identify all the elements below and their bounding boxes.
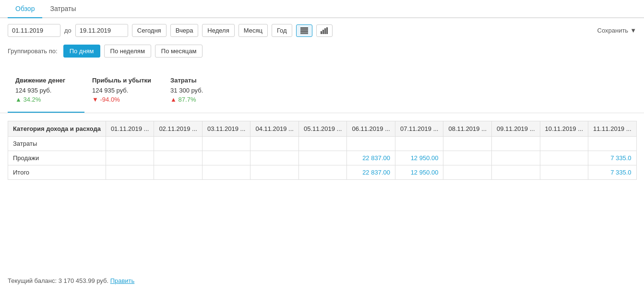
profit-loss-title: Прибыль и убытки: [92, 77, 151, 84]
col-header-d09: 09.11.2019 ...: [492, 121, 540, 137]
cell-sales-d11: 7 335.0: [588, 151, 637, 165]
cell-sales-d08: [443, 151, 492, 165]
cell-costs-d01: [106, 137, 154, 151]
group-by-months[interactable]: По месяцам: [155, 45, 203, 58]
toolbar: до Сегодня Вчера Неделя Месяц Год Сохран…: [0, 18, 644, 43]
table-row: Затраты: [8, 137, 637, 151]
group-by-days[interactable]: По дням: [63, 45, 100, 58]
date-to-input[interactable]: [75, 24, 128, 37]
btn-month[interactable]: Месяц: [239, 24, 268, 37]
btn-week[interactable]: Неделя: [202, 24, 234, 37]
col-header-d08: 08.11.2019 ...: [443, 121, 492, 137]
col-header-d05: 05.11.2019 ...: [298, 121, 347, 137]
view-table-button[interactable]: [296, 24, 312, 37]
col-header-d03: 03.11.2019 ...: [202, 121, 250, 137]
cell-sales-d06: 22 837.00: [347, 151, 395, 165]
cell-sales-d03: [202, 151, 250, 165]
cash-flow-change: ▲ 34.2%: [15, 96, 73, 103]
save-button[interactable]: Сохранить ▼: [597, 27, 636, 34]
chart-icon: [321, 27, 328, 34]
balance-label: Текущий баланс: 3 170 453.99 руб.: [8, 277, 108, 284]
col-header-d02: 02.11.2019 ...: [154, 121, 203, 137]
tab-costs[interactable]: Затраты: [42, 0, 83, 18]
costs-value: 31 300 руб.: [170, 87, 228, 94]
cell-costs-d02: [154, 137, 203, 151]
group-label: Группировать по:: [8, 47, 58, 55]
col-header-d10: 10.11.2019 ...: [540, 121, 588, 137]
btn-today[interactable]: Сегодня: [132, 24, 167, 37]
svg-rect-6: [324, 28, 326, 34]
summary-card-costs[interactable]: Затраты 31 300 руб. ▲ 87.7%: [163, 71, 239, 113]
cell-costs-d06: [347, 137, 395, 151]
view-chart-button[interactable]: [316, 24, 333, 37]
cell-costs-d10: [540, 137, 588, 151]
cell-total-d11: 7 335.0: [588, 165, 637, 180]
arrow-down-icon: ▼: [92, 96, 98, 103]
group-by-weeks[interactable]: По неделям: [104, 45, 151, 58]
cash-flow-value: 124 935 руб.: [15, 87, 73, 94]
cell-total-d09: [492, 165, 540, 180]
data-table: Категория дохода и расхода 01.11.2019 ..…: [8, 121, 637, 180]
cell-total-d05: [298, 165, 347, 180]
date-from-input[interactable]: [8, 24, 60, 37]
svg-rect-3: [300, 33, 308, 34]
summary-card-profit-loss[interactable]: Прибыль и убытки 124 935 руб. ▼ -94.0%: [84, 71, 163, 113]
costs-title: Затраты: [170, 77, 228, 84]
chevron-down-icon: ▼: [630, 27, 636, 34]
table-row: Продажи 22 837.00 12 950.00 7 335.0: [8, 151, 637, 165]
costs-change: ▲ 87.7%: [170, 96, 228, 103]
cell-sales-d09: [492, 151, 540, 165]
date-separator: до: [64, 27, 72, 34]
tabs-nav: Обзор Затраты: [0, 0, 644, 18]
cell-costs-d07: [395, 137, 443, 151]
cash-flow-title: Движение денег: [15, 77, 73, 84]
col-header-d01: 01.11.2019 ...: [106, 121, 154, 137]
arrow-up-icon2: ▲: [170, 96, 177, 103]
table-row: Итого 22 837.00 12 950.00 7 335.0: [8, 165, 637, 180]
cell-total-category: Итого: [8, 165, 106, 180]
col-header-d07: 07.11.2019 ...: [395, 121, 443, 137]
col-header-d11: 11.11.2019 ...: [588, 121, 637, 137]
cell-sales-d01: [106, 151, 154, 165]
cell-total-d01: [106, 165, 154, 180]
cell-costs-category: Затраты: [8, 137, 106, 151]
group-by-bar: Группировать по: По дням По неделям По м…: [0, 43, 644, 63]
summary-row: Движение денег 124 935 руб. ▲ 34.2% Приб…: [0, 63, 644, 113]
summary-card-cash-flow[interactable]: Движение денег 124 935 руб. ▲ 34.2%: [8, 71, 84, 113]
tab-overview[interactable]: Обзор: [8, 0, 42, 18]
profit-loss-change: ▼ -94.0%: [92, 96, 151, 103]
cell-costs-d05: [298, 137, 347, 151]
table-icon: [300, 27, 308, 34]
cell-sales-d02: [154, 151, 203, 165]
btn-yesterday[interactable]: Вчера: [170, 24, 199, 37]
cell-sales-d04: [250, 151, 299, 165]
cell-total-d04: [250, 165, 299, 180]
cell-total-d07: 12 950.00: [395, 165, 443, 180]
arrow-up-icon: ▲: [15, 96, 22, 103]
cell-costs-d04: [250, 137, 299, 151]
svg-rect-5: [322, 30, 324, 34]
cell-costs-d03: [202, 137, 250, 151]
data-table-container: Категория дохода и расхода 01.11.2019 ..…: [0, 121, 644, 180]
cell-costs-d11: [588, 137, 637, 151]
cell-sales-d07: 12 950.00: [395, 151, 443, 165]
edit-link[interactable]: Править: [110, 277, 135, 284]
cell-total-d10: [540, 165, 588, 180]
svg-rect-0: [300, 27, 308, 29]
cell-sales-category: Продажи: [8, 151, 106, 165]
cell-total-d08: [443, 165, 492, 180]
cell-sales-d05: [298, 151, 347, 165]
table-header-row: Категория дохода и расхода 01.11.2019 ..…: [8, 121, 637, 137]
col-header-d04: 04.11.2019 ...: [250, 121, 299, 137]
cell-costs-d09: [492, 137, 540, 151]
cell-total-d02: [154, 165, 203, 180]
footer: Текущий баланс: 3 170 453.99 руб. Правит…: [0, 269, 142, 292]
svg-rect-4: [321, 31, 322, 34]
col-header-category: Категория дохода и расхода: [8, 121, 106, 137]
cell-costs-d08: [443, 137, 492, 151]
svg-rect-1: [300, 29, 308, 31]
cell-sales-d10: [540, 151, 588, 165]
btn-year[interactable]: Год: [272, 24, 292, 37]
svg-rect-7: [326, 27, 328, 34]
cell-total-d06: 22 837.00: [347, 165, 395, 180]
